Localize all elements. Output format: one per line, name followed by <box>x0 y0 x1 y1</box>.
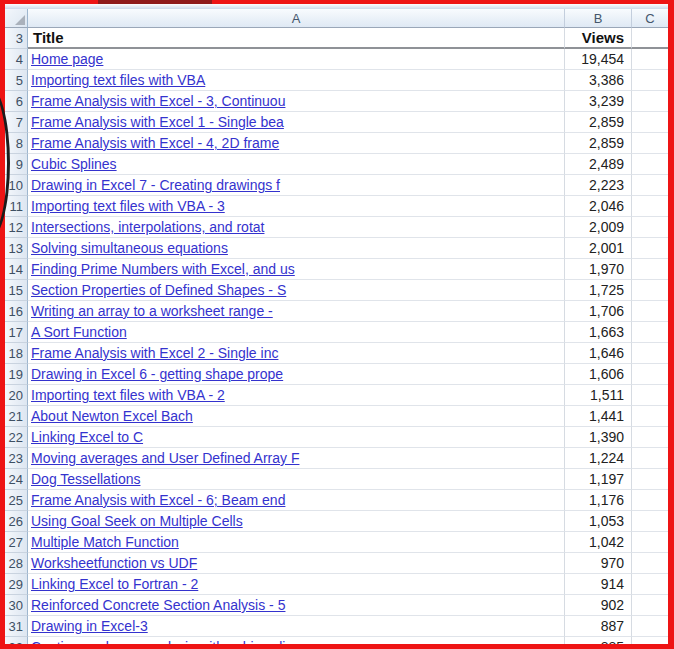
cell-empty[interactable] <box>632 301 668 322</box>
cell-title[interactable]: Multiple Match Function <box>28 532 565 553</box>
row-number[interactable]: 23 <box>5 448 28 469</box>
cell-title-link[interactable]: Dog Tessellations <box>31 471 140 487</box>
cell-views[interactable]: 2,009 <box>565 217 632 238</box>
row-header-cell[interactable]: 3 <box>5 28 28 49</box>
cell-views[interactable]: 1,706 <box>565 301 632 322</box>
row-number[interactable]: 7 <box>5 112 28 133</box>
cell-title-link[interactable]: Worksheetfunction vs UDF <box>31 555 197 571</box>
cell-title-link[interactable]: Frame Analysis with Excel - 3, Continuou <box>31 93 285 109</box>
cell-title-link[interactable]: Linking Excel to Fortran - 2 <box>31 576 198 592</box>
row-number[interactable]: 16 <box>5 301 28 322</box>
row-number[interactable]: 22 <box>5 427 28 448</box>
cell-empty[interactable] <box>632 553 668 574</box>
cell-empty[interactable] <box>632 343 668 364</box>
cell-title-link[interactable]: A Sort Function <box>31 324 127 340</box>
column-header-c[interactable]: C <box>632 9 668 28</box>
cell-title[interactable]: Drawing in Excel-3 <box>28 616 565 637</box>
cell-title[interactable]: Intersections, interpolations, and rotat <box>28 217 565 238</box>
row-number[interactable]: 21 <box>5 406 28 427</box>
cell-title-link[interactable]: Cubic Splines <box>31 156 117 172</box>
cell-views[interactable]: 3,386 <box>565 70 632 91</box>
cell-title[interactable]: Writing an array to a worksheet range - <box>28 301 565 322</box>
cell-empty[interactable] <box>632 49 668 70</box>
cell-title[interactable]: Frame Analysis with Excel - 6; Beam end <box>28 490 565 511</box>
cell-title[interactable]: Home page <box>28 49 565 70</box>
cell-title[interactable]: Dog Tessellations <box>28 469 565 490</box>
cell-title-link[interactable]: Continuous beam analysis with cubic spli <box>31 639 285 649</box>
cell-empty[interactable] <box>632 28 668 49</box>
cell-views[interactable]: 887 <box>565 616 632 637</box>
cell-views[interactable]: 1,390 <box>565 427 632 448</box>
row-number[interactable]: 27 <box>5 532 28 553</box>
row-number[interactable]: 32 <box>5 637 28 649</box>
row-number[interactable]: 9 <box>5 154 28 175</box>
cell-title[interactable]: Drawing in Excel 6 - getting shape prope <box>28 364 565 385</box>
cell-views[interactable]: 1,663 <box>565 322 632 343</box>
cell-title-link[interactable]: Frame Analysis with Excel - 6; Beam end <box>31 492 285 508</box>
cell-empty[interactable] <box>632 574 668 595</box>
cell-title[interactable]: About Newton Excel Bach <box>28 406 565 427</box>
row-number[interactable]: 17 <box>5 322 28 343</box>
cell-views[interactable]: 1,970 <box>565 259 632 280</box>
cell-empty[interactable] <box>632 217 668 238</box>
row-number[interactable]: 28 <box>5 553 28 574</box>
cell-views[interactable]: 902 <box>565 595 632 616</box>
cell-views[interactable]: 1,725 <box>565 280 632 301</box>
cell-title-link[interactable]: Importing text files with VBA <box>31 72 205 88</box>
row-number[interactable]: 19 <box>5 364 28 385</box>
cell-title-link[interactable]: Finding Prime Numbers with Excel, and us <box>31 261 295 277</box>
cell-empty[interactable] <box>632 70 668 91</box>
cell-title[interactable]: Importing text files with VBA - 2 <box>28 385 565 406</box>
cell-title-link[interactable]: Linking Excel to C <box>31 429 143 445</box>
cell-title[interactable]: Continuous beam analysis with cubic spli <box>28 637 565 649</box>
cell-views-header[interactable]: Views <box>565 28 632 49</box>
cell-title-header[interactable]: Title <box>28 28 565 49</box>
cell-empty[interactable] <box>632 469 668 490</box>
cell-title[interactable]: Solving simultaneous equations <box>28 238 565 259</box>
cell-views[interactable]: 2,001 <box>565 238 632 259</box>
cell-views[interactable]: 3,239 <box>565 91 632 112</box>
cell-empty[interactable] <box>632 406 668 427</box>
cell-empty[interactable] <box>632 532 668 553</box>
cell-title[interactable]: Drawing in Excel 7 - Creating drawings f <box>28 175 565 196</box>
cell-empty[interactable] <box>632 322 668 343</box>
cell-title-link[interactable]: Drawing in Excel 7 - Creating drawings f <box>31 177 280 193</box>
row-number[interactable]: 25 <box>5 490 28 511</box>
row-number[interactable]: 18 <box>5 343 28 364</box>
cell-views[interactable]: 1,197 <box>565 469 632 490</box>
cell-title[interactable]: Finding Prime Numbers with Excel, and us <box>28 259 565 280</box>
cell-views[interactable]: 1,176 <box>565 490 632 511</box>
cell-empty[interactable] <box>632 364 668 385</box>
row-number[interactable]: 11 <box>5 196 28 217</box>
cell-title-link[interactable]: Home page <box>31 51 103 67</box>
cell-title-link[interactable]: Frame Analysis with Excel 1 - Single bea <box>31 114 284 130</box>
select-all-corner[interactable] <box>5 9 28 28</box>
row-number[interactable]: 13 <box>5 238 28 259</box>
cell-views[interactable]: 1,042 <box>565 532 632 553</box>
cell-title[interactable]: Linking Excel to C <box>28 427 565 448</box>
column-header-a[interactable]: A <box>28 9 565 28</box>
row-number[interactable]: 10 <box>5 175 28 196</box>
cell-title-link[interactable]: Drawing in Excel-3 <box>31 618 148 634</box>
cell-views[interactable]: 19,454 <box>565 49 632 70</box>
cell-title-link[interactable]: Intersections, interpolations, and rotat <box>31 219 264 235</box>
cell-title[interactable]: Moving averages and User Defined Array F <box>28 448 565 469</box>
cell-views[interactable]: 1,441 <box>565 406 632 427</box>
cell-empty[interactable] <box>632 427 668 448</box>
cell-empty[interactable] <box>632 280 668 301</box>
cell-title[interactable]: Reinforced Concrete Section Analysis - 5 <box>28 595 565 616</box>
cell-views[interactable]: 1,053 <box>565 511 632 532</box>
cell-title[interactable]: A Sort Function <box>28 322 565 343</box>
cell-title[interactable]: Frame Analysis with Excel - 3, Continuou <box>28 91 565 112</box>
cell-title-link[interactable]: Frame Analysis with Excel 2 - Single inc <box>31 345 278 361</box>
row-number[interactable]: 12 <box>5 217 28 238</box>
cell-title[interactable]: Frame Analysis with Excel - 4, 2D frame <box>28 133 565 154</box>
cell-empty[interactable] <box>632 616 668 637</box>
cell-title-link[interactable]: Section Properties of Defined Shapes - S <box>31 282 286 298</box>
cell-title[interactable]: Frame Analysis with Excel 1 - Single bea <box>28 112 565 133</box>
cell-title[interactable]: Frame Analysis with Excel 2 - Single inc <box>28 343 565 364</box>
cell-empty[interactable] <box>632 112 668 133</box>
cell-title-link[interactable]: Frame Analysis with Excel - 4, 2D frame <box>31 135 279 151</box>
cell-title-link[interactable]: Drawing in Excel 6 - getting shape prope <box>31 366 283 382</box>
cell-title-link[interactable]: Solving simultaneous equations <box>31 240 228 256</box>
